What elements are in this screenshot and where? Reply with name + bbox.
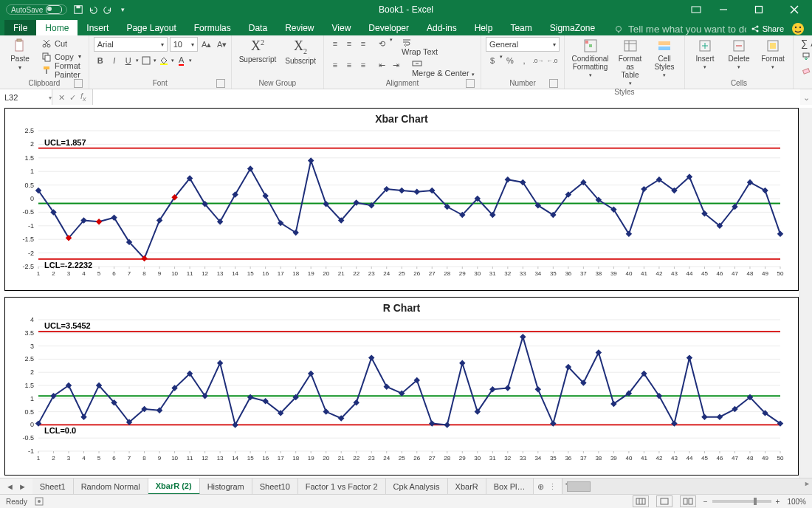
tab-formulas[interactable]: Formulas	[185, 20, 240, 35]
border-button[interactable]	[140, 54, 153, 67]
tell-me-search[interactable]	[614, 23, 748, 35]
tab-addins[interactable]: Add-ins	[418, 20, 466, 35]
format-painter-button[interactable]: Format Painter	[38, 64, 84, 76]
tab-team[interactable]: Team	[501, 20, 540, 35]
decrease-decimal-icon[interactable]: ←.0	[546, 54, 559, 67]
format-as-table-button[interactable]: Format as Table▾	[614, 37, 646, 88]
align-center-icon[interactable]: ≡	[343, 58, 356, 72]
underline-button[interactable]: U	[122, 54, 135, 67]
cell-styles-button[interactable]: Cell Styles▾	[649, 37, 680, 80]
tab-developer[interactable]: Developer	[359, 20, 418, 35]
format-cells-button[interactable]: Format▾	[757, 37, 788, 72]
orientation-icon[interactable]: ⟲	[376, 37, 389, 50]
tab-insert[interactable]: Insert	[78, 20, 117, 35]
conditional-formatting-button[interactable]: Conditional Formatting▾	[569, 37, 611, 80]
align-right-icon[interactable]: ≡	[357, 58, 370, 72]
svg-point-7	[616, 26, 622, 31]
svg-rect-4	[756, 7, 763, 13]
cut-button[interactable]: Cut	[38, 37, 84, 49]
dialog-launcher-icon[interactable]	[549, 79, 558, 88]
copy-icon	[41, 52, 52, 62]
dialog-launcher-icon[interactable]	[216, 79, 225, 88]
tell-me-input[interactable]	[627, 23, 748, 35]
align-left-icon[interactable]: ≡	[328, 58, 342, 72]
number-format-select[interactable]: General▾	[486, 37, 560, 52]
insert-cells-button[interactable]: Insert▾	[689, 37, 720, 72]
paste-button[interactable]: Paste▾	[4, 37, 35, 72]
autosave-toggle[interactable]: AutoSave	[6, 4, 67, 15]
font-name-select[interactable]: Arial▾	[94, 37, 168, 52]
group-font: Arial▾ 10▾ A▴ A▾ B I U▾ ▾ ▾ A▾ Font	[89, 35, 232, 89]
group-clipboard: Paste▾ Cut Copy ▾ Format Painter Clipboa…	[0, 35, 89, 89]
comma-format-icon[interactable]: ,	[517, 54, 531, 67]
worksheet-canvas[interactable]: Xbar Chart -2.5-2-1.5-1-0.500.511.522.51…	[0, 105, 812, 106]
svg-rect-37	[658, 41, 670, 45]
svg-rect-1	[77, 6, 80, 9]
tab-home[interactable]: Home	[36, 20, 78, 35]
formula-input[interactable]	[92, 89, 800, 106]
tab-view[interactable]: View	[323, 20, 360, 35]
group-editing: ∑AutoSum ▾ Fill ▾ Clear ▾ AZSort & Filte…	[794, 35, 812, 89]
tab-page-layout[interactable]: Page Layout	[117, 20, 185, 35]
increase-font-icon[interactable]: A▴	[200, 38, 213, 51]
increase-indent-icon[interactable]: ⇥	[390, 58, 403, 72]
enter-formula-icon[interactable]: ✓	[69, 93, 76, 103]
close-button[interactable]	[781, 0, 808, 19]
ribbon-display-icon[interactable]	[691, 4, 701, 15]
eraser-icon	[801, 65, 811, 75]
svg-rect-27	[142, 57, 150, 64]
account-icon[interactable]	[791, 22, 805, 35]
svg-rect-18	[17, 39, 21, 41]
accounting-format-icon[interactable]: $	[486, 54, 499, 67]
tab-review[interactable]: Review	[276, 20, 323, 35]
bucket-icon	[159, 56, 168, 65]
tab-data[interactable]: Data	[240, 20, 276, 35]
merge-center-button[interactable]: Merge & Center ▾	[412, 58, 475, 78]
svg-rect-47	[803, 68, 810, 73]
fill-button[interactable]: Fill ▾	[798, 50, 812, 63]
clear-button[interactable]: Clear ▾	[798, 64, 812, 76]
increase-decimal-icon[interactable]: .0→	[531, 54, 545, 67]
subscript-button[interactable]: X2Subscript	[282, 37, 319, 66]
font-size-select[interactable]: 10▾	[170, 37, 198, 52]
dialog-launcher-icon[interactable]	[466, 79, 475, 88]
name-box[interactable]: L32▾	[0, 89, 52, 106]
align-bottom-icon[interactable]: ≡	[357, 37, 370, 50]
tab-help[interactable]: Help	[466, 20, 502, 35]
decrease-indent-icon[interactable]: ⇤	[376, 58, 389, 72]
delete-cells-button[interactable]: Delete▾	[723, 37, 754, 72]
svg-rect-32	[585, 41, 588, 44]
format-cells-icon	[765, 38, 780, 53]
cancel-formula-icon[interactable]: ✕	[58, 93, 65, 103]
autosum-button[interactable]: ∑AutoSum ▾	[798, 37, 812, 49]
redo-icon[interactable]	[103, 4, 113, 15]
fx-icon[interactable]: fx	[80, 92, 86, 103]
tab-sigmazone[interactable]: SigmaZone	[541, 20, 604, 35]
svg-line-12	[754, 27, 757, 29]
minimize-button[interactable]	[710, 0, 737, 19]
ribbon: Paste▾ Cut Copy ▾ Format Painter Clipboa…	[0, 35, 812, 89]
share-button[interactable]: Share	[751, 24, 784, 33]
percent-format-icon[interactable]: %	[503, 54, 517, 67]
paste-icon	[13, 38, 27, 53]
decrease-font-icon[interactable]: A▾	[216, 38, 229, 51]
group-alignment: ≡ ≡ ≡ ⟲▾ Wrap Text ≡ ≡ ≡ ⇤ ⇥ Merge & Cen…	[324, 35, 481, 89]
fill-color-button[interactable]	[157, 54, 171, 67]
align-top-icon[interactable]: ≡	[328, 37, 342, 50]
bold-button[interactable]: B	[94, 54, 107, 67]
font-color-button[interactable]: A	[175, 54, 188, 67]
maximize-button[interactable]	[746, 0, 772, 19]
svg-rect-38	[658, 47, 670, 50]
superscript-button[interactable]: X2Superscript	[236, 37, 280, 65]
italic-button[interactable]: I	[108, 54, 121, 67]
dialog-launcher-icon[interactable]	[74, 79, 83, 88]
share-icon	[751, 24, 760, 33]
expand-formula-bar-icon[interactable]: ⌄	[800, 93, 812, 103]
align-middle-icon[interactable]: ≡	[343, 37, 356, 50]
save-icon[interactable]	[73, 4, 83, 15]
undo-icon[interactable]	[88, 4, 98, 15]
wrap-text-button[interactable]: Wrap Text	[402, 37, 438, 56]
formula-bar: L32▾ ✕ ✓ fx ⌄	[0, 89, 812, 106]
tab-file[interactable]: File	[4, 20, 36, 35]
qat-dropdown-icon[interactable]: ▾	[117, 4, 128, 15]
